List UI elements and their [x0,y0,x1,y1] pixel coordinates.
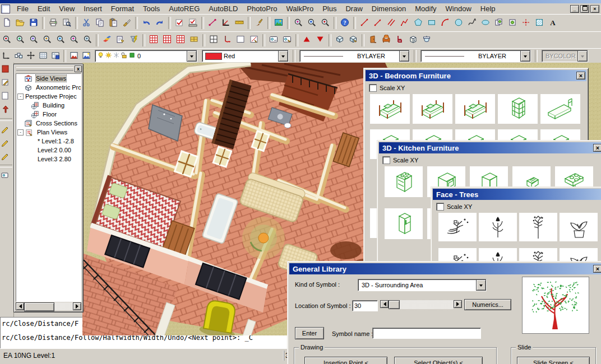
thumbnail-stove[interactable] [385,166,423,197]
close-button[interactable]: × [590,5,599,13]
ucs-corner-button[interactable] [0,50,12,62]
viewport-blank-button[interactable] [234,34,247,47]
check-edit-plot-button[interactable] [186,16,200,30]
paintbrush-button[interactable] [252,16,266,30]
tree-item-floor[interactable]: Floor [16,110,81,119]
restore-button[interactable] [580,5,589,13]
thumbnail-bed-double-a[interactable] [370,94,410,124]
print-button[interactable] [47,16,60,30]
scroll-right-icon[interactable] [73,302,81,310]
chevron-down-icon[interactable] [278,50,288,62]
menu-plus[interactable]: Plus [318,3,341,14]
draw-spline-button[interactable] [465,16,479,30]
draw-polygon-button[interactable] [412,16,425,30]
tree-item-level-2-0-00[interactable]: Level:2 0.00 [16,146,81,155]
blank-page-button[interactable] [0,90,13,103]
location-scrollbar[interactable] [380,300,462,309]
arrow-up-red-button[interactable] [0,103,13,116]
menu-walkpro[interactable]: WalkPro [282,3,318,14]
draw-point-button[interactable] [519,16,533,30]
properties-sheet-button[interactable] [114,34,127,47]
box-3d-button[interactable] [333,34,346,47]
thumbnail-plant-a[interactable] [438,213,477,241]
slide-small-button[interactable] [0,169,13,183]
draw-arc-button[interactable] [438,16,452,30]
render-blue-button[interactable] [80,50,93,62]
format-painter-button[interactable] [120,16,133,30]
scroll-track[interactable] [389,300,454,309]
menu-draw[interactable]: Draw [341,3,367,14]
undo-button[interactable] [140,16,153,30]
tree-item-side-views[interactable]: Side Views [16,74,81,83]
render-red-button[interactable] [68,50,80,62]
draw-parallel-button[interactable] [385,16,398,30]
scroll-left-icon[interactable] [16,302,24,310]
thumbnail-bed-double-b[interactable] [413,94,452,124]
triangle-down-button[interactable] [313,34,327,47]
draw-rectangle-button[interactable] [425,16,438,30]
chevron-down-icon[interactable] [399,50,409,62]
menu-photopro[interactable]: PhotoPro [242,3,281,14]
draw-ellipse-button[interactable] [479,16,492,30]
check-edit-button[interactable] [173,16,186,30]
drag-grip[interactable] [16,67,73,71]
chevron-down-icon[interactable] [476,279,486,291]
help-button[interactable]: ? [338,16,352,30]
menu-autobld[interactable]: AutoBLD [204,3,242,14]
tree-item-cross-sections[interactable]: Cross Sections [16,119,81,128]
insert-block-button[interactable] [492,16,506,30]
dialog-titlebar[interactable]: Face - Trees [433,189,601,200]
menu-dimension[interactable]: Dimension [367,3,410,14]
lineweight-combo[interactable]: BYLAYER [420,50,531,62]
viewport-edit-button[interactable] [247,34,261,47]
sink-tool-button[interactable] [420,34,433,47]
chair-tool-button[interactable] [393,34,406,47]
tree-panel-titlebar[interactable]: x [14,64,83,73]
wall-grid-1-button[interactable] [147,34,160,47]
menu-insert[interactable]: Insert [79,3,107,14]
zoom-dynamic-button[interactable] [13,34,27,47]
document-icon[interactable] [1,4,10,13]
cabinet-tool-button[interactable] [406,34,420,47]
tree-item-level-1-2-8[interactable]: * Level:1 -2.8 [16,137,81,146]
thumbnail-plant-d[interactable] [560,213,598,241]
scroll-left-icon[interactable] [380,300,389,308]
close-icon[interactable]: × [576,72,585,80]
wall-slab-button[interactable] [187,34,201,47]
scale-xy-checkbox[interactable] [436,203,444,211]
pencil-1-button[interactable] [0,123,13,136]
chevron-down-icon[interactable] [520,50,530,62]
enter-button[interactable]: Enter [295,327,324,339]
draw-polyline-button[interactable] [398,16,412,30]
scroll-right-icon[interactable] [454,300,462,308]
zoom-window-button[interactable] [0,34,13,47]
scale-xy-checkbox[interactable] [382,156,390,164]
zoom-extents-button[interactable] [67,34,81,47]
dialog-titlebar[interactable]: General Library × [289,263,601,274]
triangle-up-button[interactable] [300,34,313,47]
zoom-add-button[interactable] [305,16,318,30]
location-input[interactable] [352,300,378,311]
thumbnail-plant-b[interactable] [479,213,517,241]
draw-circle-button[interactable] [452,16,465,30]
menu-autoreg[interactable]: AutoREG [164,3,204,14]
slide-screen-button[interactable]: Slide Screen < [517,357,590,364]
symbol-name-input[interactable] [372,328,481,339]
tree-item-plan-views[interactable]: -Plan Views [16,128,81,137]
paste-button[interactable] [107,16,120,30]
thumbnail-fridge[interactable] [385,208,423,239]
copy-button[interactable] [93,16,107,30]
menu-edit[interactable]: Edit [33,3,54,14]
menu-window[interactable]: Window [441,3,476,14]
dialog-titlebar[interactable]: 3D - Kitchen Furniture × [379,142,601,153]
draw-ray-button[interactable] [371,16,385,30]
pencil-3-button[interactable] [0,150,13,163]
dialog-titlebar[interactable]: 3D - Bedroom Furniture × [366,70,586,81]
scroll-track[interactable] [24,302,73,310]
thumbnail-plant-c[interactable] [519,213,557,241]
menu-format[interactable]: Format [107,3,138,14]
draw-hatch-button[interactable] [533,16,546,30]
thumbnail-bed-double-c[interactable] [455,94,495,124]
make-block-button[interactable] [506,16,519,30]
ucs-boxes-button[interactable] [12,50,25,62]
